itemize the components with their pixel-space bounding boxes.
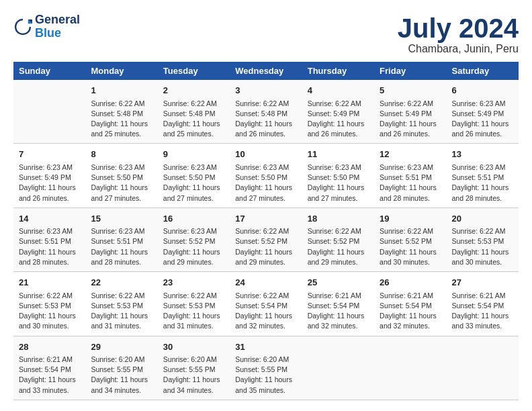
calendar-cell: 17Sunrise: 6:22 AMSunset: 5:52 PMDayligh… <box>230 208 302 271</box>
day-number: 21 <box>19 276 80 289</box>
calendar-cell <box>374 336 446 400</box>
day-number: 26 <box>380 276 441 289</box>
calendar-cell: 14Sunrise: 6:23 AMSunset: 5:51 PMDayligh… <box>13 208 85 271</box>
day-number: 24 <box>235 276 296 289</box>
cell-info: Sunrise: 6:21 AMSunset: 5:54 PMDaylight:… <box>308 291 369 332</box>
cell-info: Sunrise: 6:23 AMSunset: 5:52 PMDaylight:… <box>163 226 224 267</box>
calendar-cell: 29Sunrise: 6:20 AMSunset: 5:55 PMDayligh… <box>85 336 157 400</box>
calendar-body: 1Sunrise: 6:22 AMSunset: 5:48 PMDaylight… <box>13 80 519 400</box>
calendar-header-row: SundayMondayTuesdayWednesdayThursdayFrid… <box>13 62 519 80</box>
logo-text: General Blue <box>35 13 80 40</box>
day-header: Sunday <box>13 62 85 80</box>
cell-info: Sunrise: 6:20 AMSunset: 5:55 PMDaylight:… <box>235 355 296 396</box>
day-number: 10 <box>235 148 296 161</box>
calendar-cell <box>13 80 85 144</box>
cell-info: Sunrise: 6:22 AMSunset: 5:53 PMDaylight:… <box>91 291 152 332</box>
day-number: 16 <box>163 212 224 226</box>
cell-info: Sunrise: 6:22 AMSunset: 5:49 PMDaylight:… <box>308 99 369 140</box>
calendar-cell: 22Sunrise: 6:22 AMSunset: 5:53 PMDayligh… <box>85 272 157 336</box>
calendar-cell: 6Sunrise: 6:23 AMSunset: 5:49 PMDaylight… <box>447 80 519 144</box>
day-header: Friday <box>374 62 446 80</box>
cell-info: Sunrise: 6:22 AMSunset: 5:53 PMDaylight:… <box>452 226 513 267</box>
cell-info: Sunrise: 6:22 AMSunset: 5:52 PMDaylight:… <box>308 226 369 267</box>
calendar-cell: 15Sunrise: 6:23 AMSunset: 5:51 PMDayligh… <box>85 208 157 271</box>
day-number: 5 <box>380 84 441 97</box>
calendar-cell <box>302 336 374 400</box>
calendar-cell: 25Sunrise: 6:21 AMSunset: 5:54 PMDayligh… <box>302 272 374 336</box>
calendar-cell: 26Sunrise: 6:21 AMSunset: 5:54 PMDayligh… <box>374 272 446 336</box>
calendar-week-row: 1Sunrise: 6:22 AMSunset: 5:48 PMDaylight… <box>13 80 519 144</box>
day-number: 13 <box>452 148 513 161</box>
cell-info: Sunrise: 6:22 AMSunset: 5:52 PMDaylight:… <box>235 226 296 267</box>
cell-info: Sunrise: 6:23 AMSunset: 5:51 PMDaylight:… <box>380 163 441 203</box>
day-number: 3 <box>235 84 296 97</box>
cell-info: Sunrise: 6:23 AMSunset: 5:50 PMDaylight:… <box>163 163 224 203</box>
day-number: 12 <box>380 148 441 161</box>
day-number: 2 <box>163 84 224 97</box>
day-number: 15 <box>91 212 152 226</box>
calendar-cell: 4Sunrise: 6:22 AMSunset: 5:49 PMDaylight… <box>302 80 374 144</box>
day-number: 6 <box>452 84 513 97</box>
calendar-cell: 21Sunrise: 6:22 AMSunset: 5:53 PMDayligh… <box>13 272 85 336</box>
cell-info: Sunrise: 6:22 AMSunset: 5:49 PMDaylight:… <box>380 99 441 140</box>
calendar-cell: 12Sunrise: 6:23 AMSunset: 5:51 PMDayligh… <box>374 144 446 208</box>
cell-info: Sunrise: 6:21 AMSunset: 5:54 PMDaylight:… <box>452 291 513 332</box>
calendar-cell: 28Sunrise: 6:21 AMSunset: 5:54 PMDayligh… <box>13 336 85 400</box>
day-number: 4 <box>308 84 369 97</box>
day-number: 20 <box>452 212 513 226</box>
cell-info: Sunrise: 6:23 AMSunset: 5:51 PMDaylight:… <box>91 226 152 267</box>
cell-info: Sunrise: 6:21 AMSunset: 5:54 PMDaylight:… <box>19 355 80 396</box>
logo-icon <box>13 17 32 36</box>
day-number: 31 <box>235 340 296 354</box>
day-number: 18 <box>308 212 369 226</box>
cell-info: Sunrise: 6:23 AMSunset: 5:50 PMDaylight:… <box>308 163 369 203</box>
calendar-cell <box>447 336 519 400</box>
day-number: 19 <box>380 212 441 226</box>
day-number: 11 <box>308 148 369 161</box>
day-number: 14 <box>19 212 80 226</box>
cell-info: Sunrise: 6:22 AMSunset: 5:54 PMDaylight:… <box>235 291 296 332</box>
calendar-cell: 8Sunrise: 6:23 AMSunset: 5:50 PMDaylight… <box>85 144 157 208</box>
cell-info: Sunrise: 6:23 AMSunset: 5:49 PMDaylight:… <box>19 163 80 203</box>
calendar-cell: 20Sunrise: 6:22 AMSunset: 5:53 PMDayligh… <box>447 208 519 271</box>
calendar-cell: 2Sunrise: 6:22 AMSunset: 5:48 PMDaylight… <box>158 80 230 144</box>
cell-info: Sunrise: 6:22 AMSunset: 5:48 PMDaylight:… <box>91 99 152 140</box>
calendar-cell: 19Sunrise: 6:22 AMSunset: 5:52 PMDayligh… <box>374 208 446 271</box>
day-header: Wednesday <box>230 62 302 80</box>
calendar-cell: 7Sunrise: 6:23 AMSunset: 5:49 PMDaylight… <box>13 144 85 208</box>
calendar-cell: 30Sunrise: 6:20 AMSunset: 5:55 PMDayligh… <box>158 336 230 400</box>
day-number: 30 <box>163 340 224 354</box>
cell-info: Sunrise: 6:23 AMSunset: 5:51 PMDaylight:… <box>452 163 513 203</box>
cell-info: Sunrise: 6:20 AMSunset: 5:55 PMDaylight:… <box>91 355 152 396</box>
day-number: 8 <box>91 148 152 161</box>
cell-info: Sunrise: 6:23 AMSunset: 5:50 PMDaylight:… <box>235 163 296 203</box>
calendar-cell: 23Sunrise: 6:22 AMSunset: 5:53 PMDayligh… <box>158 272 230 336</box>
calendar-week-row: 28Sunrise: 6:21 AMSunset: 5:54 PMDayligh… <box>13 336 519 400</box>
calendar-week-row: 14Sunrise: 6:23 AMSunset: 5:51 PMDayligh… <box>13 208 519 271</box>
logo: General Blue <box>13 13 80 40</box>
calendar-cell: 1Sunrise: 6:22 AMSunset: 5:48 PMDaylight… <box>85 80 157 144</box>
calendar-table: SundayMondayTuesdayWednesdayThursdayFrid… <box>13 62 519 400</box>
day-number: 7 <box>19 148 80 161</box>
cell-info: Sunrise: 6:23 AMSunset: 5:50 PMDaylight:… <box>91 163 152 203</box>
day-header: Thursday <box>302 62 374 80</box>
calendar-cell: 3Sunrise: 6:22 AMSunset: 5:48 PMDaylight… <box>230 80 302 144</box>
cell-info: Sunrise: 6:21 AMSunset: 5:54 PMDaylight:… <box>380 291 441 332</box>
calendar-cell: 24Sunrise: 6:22 AMSunset: 5:54 PMDayligh… <box>230 272 302 336</box>
page-subtitle: Chambara, Junin, Peru <box>398 43 519 55</box>
day-number: 25 <box>308 276 369 289</box>
day-number: 1 <box>91 84 152 97</box>
calendar-cell: 9Sunrise: 6:23 AMSunset: 5:50 PMDaylight… <box>158 144 230 208</box>
day-number: 9 <box>163 148 224 161</box>
day-header: Monday <box>85 62 157 80</box>
calendar-cell: 18Sunrise: 6:22 AMSunset: 5:52 PMDayligh… <box>302 208 374 271</box>
day-number: 23 <box>163 276 224 289</box>
day-header: Saturday <box>447 62 519 80</box>
page-title: July 2024 <box>398 13 519 43</box>
cell-info: Sunrise: 6:22 AMSunset: 5:48 PMDaylight:… <box>235 99 296 140</box>
page-header: General Blue July 2024 Chambara, Junin, … <box>13 13 519 55</box>
cell-info: Sunrise: 6:22 AMSunset: 5:48 PMDaylight:… <box>163 99 224 140</box>
cell-info: Sunrise: 6:22 AMSunset: 5:53 PMDaylight:… <box>19 291 80 332</box>
day-number: 29 <box>91 340 152 354</box>
calendar-week-row: 7Sunrise: 6:23 AMSunset: 5:49 PMDaylight… <box>13 144 519 208</box>
